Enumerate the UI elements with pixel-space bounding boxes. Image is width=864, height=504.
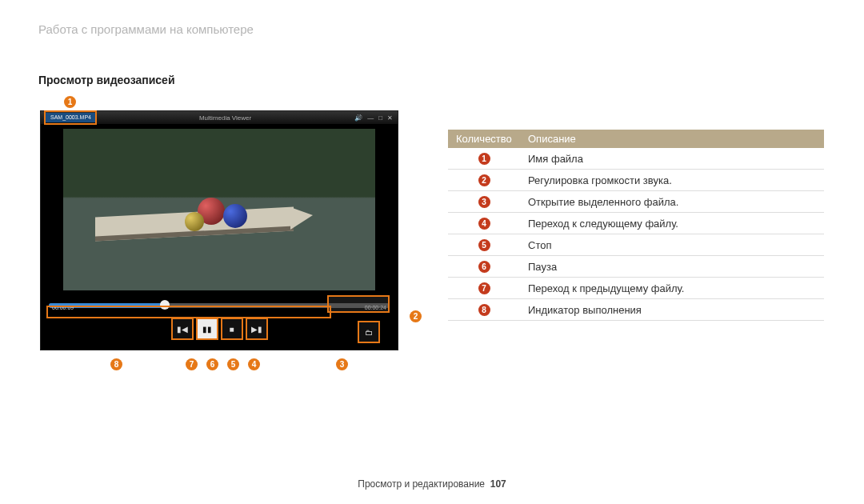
row-desc: Стоп (520, 234, 824, 256)
highlight-filename (44, 110, 97, 125)
maximize-icon[interactable]: □ (378, 114, 382, 122)
callout-4: 4 (248, 358, 260, 370)
table-row: 6Пауза (448, 256, 824, 278)
col-number: Количество (448, 130, 520, 148)
callout-6: 6 (206, 358, 218, 370)
row-desc: Имя файла (520, 148, 824, 170)
footer-section: Просмотр и редактирование (358, 478, 485, 490)
highlight-progress (46, 306, 331, 318)
row-num: 3 (478, 196, 490, 208)
table-row: 5Стоп (448, 234, 824, 256)
legend-table: Количество Описание 1Имя файла 2Регулиро… (448, 130, 824, 321)
pause-button[interactable]: ▮▮ (196, 318, 218, 340)
stop-button[interactable]: ■ (221, 318, 243, 340)
callout-1: 1 (64, 96, 76, 108)
table-row: 2Регулировка громкости звука. (448, 170, 824, 191)
volume-control[interactable] (327, 295, 390, 313)
window-controls: 🔊 — □ ✕ (354, 114, 393, 122)
row-num: 5 (478, 239, 490, 251)
window-title: Multimedia Viewer (96, 114, 354, 122)
page-header: Работа с программами на компьютере (38, 22, 254, 36)
video-frame-illustration (95, 190, 303, 241)
row-num: 7 (478, 282, 490, 294)
row-num: 2 (478, 174, 490, 186)
table-row: 4Переход к следующему файлу. (448, 213, 824, 234)
open-file-button[interactable]: 🗀 (358, 321, 380, 343)
callout-5: 5 (227, 358, 239, 370)
col-desc: Описание (520, 130, 824, 148)
callout-2: 2 (410, 310, 422, 322)
table-row: 1Имя файла (448, 148, 824, 170)
row-desc: Индикатор выполнения (520, 299, 824, 321)
next-button[interactable]: ▶▮ (246, 318, 268, 340)
page: Работа с программами на компьютере Просм… (0, 0, 864, 504)
minimize-icon[interactable]: — (367, 114, 374, 122)
row-num: 6 (478, 261, 490, 273)
row-desc: Открытие выделенного файла. (520, 191, 824, 213)
playback-controls: ▮◀ ▮▮ ■ ▶▮ (41, 318, 398, 343)
table-row: 7Переход к предыдущему файлу. (448, 278, 824, 299)
callout-3: 3 (336, 358, 348, 370)
close-icon[interactable]: ✕ (387, 114, 393, 122)
page-footer: Просмотр и редактирование 107 (0, 478, 864, 490)
row-num: 8 (478, 304, 490, 316)
callout-8: 8 (110, 358, 122, 370)
row-desc: Пауза (520, 256, 824, 278)
video-area (63, 129, 375, 290)
table-row: 8Индикатор выполнения (448, 299, 824, 321)
table-row: 3Открытие выделенного файла. (448, 191, 824, 213)
section-title: Просмотр видеозаписей (38, 74, 175, 86)
callout-7: 7 (186, 358, 198, 370)
row-desc: Регулировка громкости звука. (520, 170, 824, 191)
row-desc: Переход к предыдущему файлу. (520, 278, 824, 299)
footer-page: 107 (490, 478, 506, 490)
row-desc: Переход к следующему файлу. (520, 213, 824, 234)
row-num: 4 (478, 218, 490, 230)
row-num: 1 (478, 153, 490, 165)
prev-button[interactable]: ▮◀ (171, 318, 194, 340)
speaker-icon[interactable]: 🔊 (354, 114, 362, 122)
